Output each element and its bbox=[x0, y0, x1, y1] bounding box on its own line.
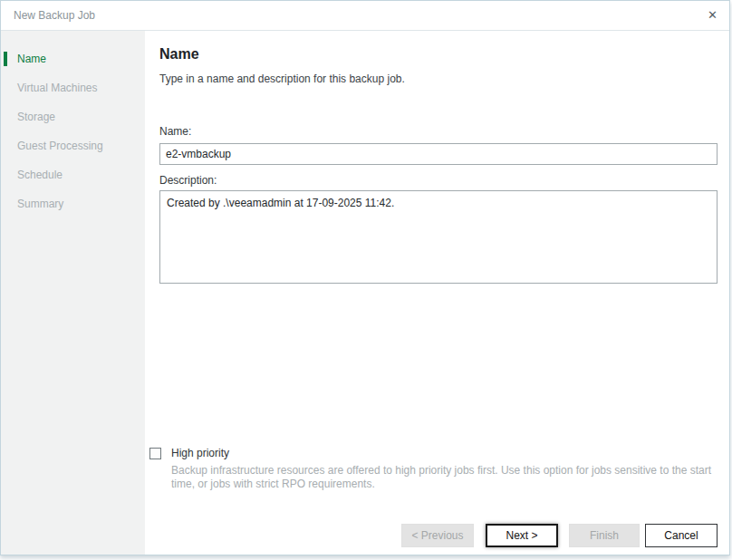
job-description-label: Description: bbox=[159, 174, 217, 187]
sidebar-item-label: Guest Processing bbox=[17, 140, 103, 152]
dialog-body: Name Virtual Machines Storage Guest Proc… bbox=[1, 31, 729, 555]
sidebar-item-label: Schedule bbox=[17, 169, 63, 181]
sidebar-item-label: Summary bbox=[17, 198, 63, 210]
next-button[interactable]: Next > bbox=[486, 524, 558, 547]
job-name-label: Name: bbox=[159, 125, 191, 138]
sidebar-item-virtual-machines[interactable]: Virtual Machines bbox=[1, 73, 145, 102]
sidebar-item-label: Name bbox=[17, 53, 46, 65]
high-priority-description: Backup infrastructure resources are offe… bbox=[171, 464, 730, 491]
sidebar-item-name[interactable]: Name bbox=[1, 44, 145, 73]
high-priority-label[interactable]: High priority bbox=[171, 447, 229, 459]
job-name-input[interactable] bbox=[159, 143, 718, 165]
previous-button[interactable]: < Previous bbox=[401, 524, 474, 547]
sidebar-item-storage[interactable]: Storage bbox=[1, 102, 145, 131]
window-title: New Backup Job bbox=[14, 1, 95, 30]
wizard-footer: < Previous Next > Finish Cancel bbox=[401, 524, 718, 547]
close-icon[interactable]: ✕ bbox=[708, 1, 718, 30]
page-title: Name bbox=[159, 46, 199, 63]
sidebar-item-schedule[interactable]: Schedule bbox=[1, 160, 145, 189]
wizard-steps-sidebar: Name Virtual Machines Storage Guest Proc… bbox=[1, 31, 145, 555]
finish-button[interactable]: Finish bbox=[569, 524, 640, 547]
sidebar-item-guest-processing[interactable]: Guest Processing bbox=[1, 131, 145, 160]
title-bar: New Backup Job ✕ bbox=[1, 1, 729, 31]
wizard-content-pane: Name Type in a name and description for … bbox=[145, 31, 729, 555]
cancel-button[interactable]: Cancel bbox=[645, 524, 718, 547]
sidebar-item-label: Storage bbox=[17, 111, 55, 123]
sidebar-item-summary[interactable]: Summary bbox=[1, 189, 145, 218]
high-priority-checkbox[interactable] bbox=[149, 448, 161, 459]
page-subtitle: Type in a name and description for this … bbox=[159, 72, 405, 85]
job-description-textarea[interactable]: Created by .\veeamadmin at 17-09-2025 11… bbox=[159, 190, 718, 284]
new-backup-job-dialog: New Backup Job ✕ Name Virtual Machines S… bbox=[0, 0, 730, 555]
sidebar-item-label: Virtual Machines bbox=[17, 82, 98, 94]
